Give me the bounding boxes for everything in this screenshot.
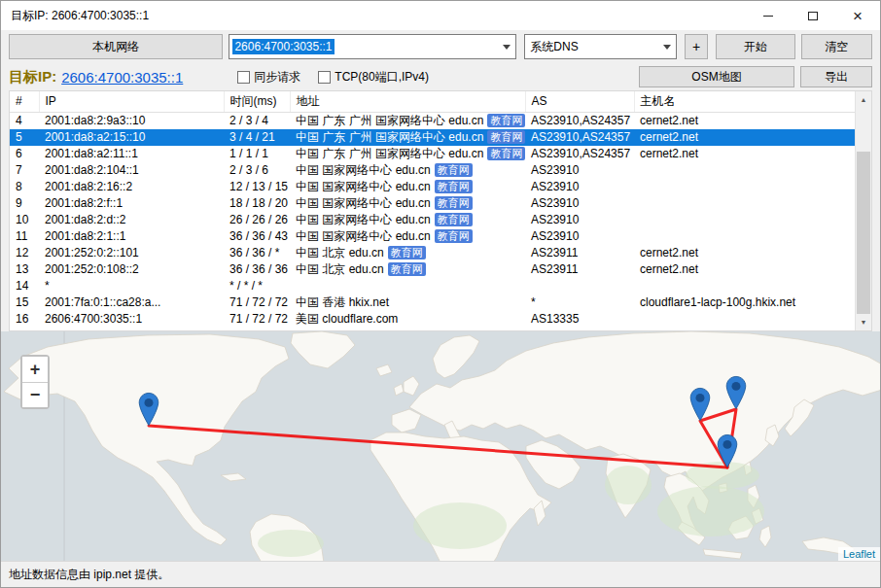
hop-hostname: cernet2.net <box>634 112 859 129</box>
hop-number: 11 <box>10 228 39 245</box>
table-row[interactable]: 5 2001:da8:a2:15::10 3 / 4 / 21 中国 广东 广州… <box>10 129 859 146</box>
table-row[interactable]: 14 * * / * / * <box>10 278 859 294</box>
table-row[interactable]: 11 2001:da8:2:1::1 36 / 36 / 43 中国 国家网络中… <box>10 228 859 245</box>
hop-ip: 2001:da8:2:9a3::10 <box>39 112 224 129</box>
start-button[interactable]: 开始 <box>716 34 794 59</box>
table-row[interactable]: 8 2001:da8:2:16::2 12 / 13 / 15 中国 国家网络中… <box>10 179 859 195</box>
column-header-as[interactable]: AS <box>525 91 634 112</box>
hop-address: 中国 北京 edu.cn教育网 <box>290 261 525 278</box>
map-marker[interactable] <box>718 434 737 467</box>
tcp-mode-label: TCP(80端口,IPv4) <box>335 69 429 86</box>
hop-as: AS23910 <box>525 179 634 195</box>
hop-hostname <box>634 278 859 294</box>
status-bar: 地址数据信息由 ipip.net 提供。 <box>1 561 880 587</box>
dns-combobox-dropdown-button[interactable] <box>658 35 676 58</box>
target-ip-label: 目标IP: <box>9 68 56 86</box>
dns-combobox-value: 系统DNS <box>528 38 580 56</box>
hop-as: AS23910,AS24357 <box>525 146 634 162</box>
hop-address-text: 中国 广东 广州 国家网络中心 edu.cn <box>296 114 483 127</box>
hop-address: 中国 北京 edu.cn教育网 <box>290 245 525 261</box>
table-row[interactable]: 6 2001:da8:a2:11::1 1 / 1 / 1 中国 广东 广州 国… <box>10 146 859 162</box>
hop-as: AS13335 <box>525 311 634 328</box>
network-type-badge: 教育网 <box>487 114 525 127</box>
column-header-time[interactable]: 时间(ms) <box>224 91 290 112</box>
sync-request-checkbox[interactable] <box>237 71 250 84</box>
clear-button[interactable]: 清空 <box>801 34 872 59</box>
table-row[interactable]: 10 2001:da8:2:d::2 26 / 26 / 26 中国 国家网络中… <box>10 212 859 228</box>
scroll-up-icon[interactable]: ▲ <box>856 91 871 108</box>
hop-ip: 2001:252:0:2::101 <box>39 245 224 261</box>
target-ip-link[interactable]: 2606:4700:3035::1 <box>61 69 183 86</box>
maximize-icon <box>808 12 818 20</box>
chevron-down-icon <box>663 45 671 50</box>
local-network-button[interactable]: 本机网络 <box>9 34 223 59</box>
hop-ip: 2001:da8:a2:15::10 <box>39 129 224 146</box>
zoom-out-button[interactable]: − <box>22 382 48 407</box>
minimize-icon <box>763 16 773 17</box>
osm-map-button[interactable]: OSM地图 <box>639 66 794 87</box>
route-line <box>149 426 727 467</box>
leaflet-attribution-link[interactable]: Leaflet <box>838 547 880 561</box>
hop-time: 3 / 4 / 21 <box>224 129 290 146</box>
add-button[interactable]: + <box>685 34 708 59</box>
column-header-hop[interactable]: # <box>10 91 39 112</box>
close-button[interactable]: × <box>835 1 880 30</box>
target-combobox[interactable]: 2606:4700:3035::1 <box>229 34 516 59</box>
hop-address-text: 中国 国家网络中心 edu.cn <box>296 229 431 243</box>
hop-hostname <box>634 195 859 212</box>
hop-as: * <box>525 294 634 311</box>
table-row[interactable]: 13 2001:252:0:108::2 36 / 36 / 36 中国 北京 … <box>10 261 859 278</box>
minimize-button[interactable] <box>746 1 791 30</box>
scroll-down-icon[interactable]: ▼ <box>856 314 871 330</box>
hop-address-text: 中国 国家网络中心 edu.cn <box>296 163 431 177</box>
hop-time: 12 / 13 / 15 <box>224 179 290 195</box>
map-marker[interactable] <box>726 376 746 408</box>
hop-ip: 2001:da8:2:d::2 <box>39 212 224 228</box>
network-type-badge: 教育网 <box>435 229 473 243</box>
hop-time: 71 / 72 / 72 <box>224 311 290 328</box>
table-row[interactable]: 16 2606:4700:3035::1 71 / 72 / 72 美国 clo… <box>10 311 859 328</box>
hop-address: 中国 国家网络中心 edu.cn教育网 <box>290 195 525 212</box>
hop-hostname: cernet2.net <box>634 261 859 278</box>
map-overlay <box>1 331 880 561</box>
hop-time: 36 / 36 / 36 <box>224 261 290 278</box>
hop-ip: 2001:da8:2:104::1 <box>39 162 224 179</box>
hop-as: AS23911 <box>525 261 634 278</box>
hop-address: 中国 国家网络中心 edu.cn教育网 <box>290 162 525 179</box>
hop-number: 15 <box>10 294 39 311</box>
hop-number: 12 <box>10 245 39 261</box>
dns-combobox[interactable]: 系统DNS <box>524 34 677 59</box>
hop-address-text: 中国 北京 edu.cn <box>296 246 384 259</box>
column-header-ip[interactable]: IP <box>39 91 224 112</box>
maximize-button[interactable] <box>791 1 835 30</box>
hop-ip: * <box>39 278 224 294</box>
tcp-mode-checkbox[interactable] <box>318 71 331 84</box>
zoom-in-button[interactable]: + <box>22 357 48 382</box>
map-marker[interactable] <box>139 393 159 425</box>
trace-table-header: # IP 时间(ms) 地址 AS 主机名 <box>10 91 859 112</box>
column-header-address[interactable]: 地址 <box>290 91 525 112</box>
target-combobox-dropdown-button[interactable] <box>498 35 515 58</box>
hop-address: 中国 香港 hkix.net <box>290 294 525 311</box>
scrollbar-thumb[interactable] <box>857 152 870 314</box>
title-bar: 目标IP: 2606:4700:3035::1 × <box>1 1 880 30</box>
hop-hostname: cernet2.net <box>634 129 859 146</box>
table-row[interactable]: 12 2001:252:0:2::101 36 / 36 / * 中国 北京 e… <box>10 245 859 261</box>
hop-ip: 2001:da8:a2:11::1 <box>39 146 224 162</box>
hop-time: 36 / 36 / 43 <box>224 228 290 245</box>
column-header-hostname[interactable]: 主机名 <box>634 91 859 112</box>
export-button[interactable]: 导出 <box>800 66 872 87</box>
table-row[interactable]: 4 2001:da8:2:9a3::10 2 / 3 / 4 中国 广东 广州 … <box>10 112 859 129</box>
table-row[interactable]: 15 2001:7fa:0:1::ca28:a... 71 / 72 / 72 … <box>10 294 859 311</box>
hop-address: 中国 国家网络中心 edu.cn教育网 <box>290 179 525 195</box>
table-scrollbar[interactable]: ▲ ▼ <box>855 91 871 330</box>
network-type-badge: 教育网 <box>435 180 473 193</box>
hop-time: 2 / 3 / 6 <box>224 162 290 179</box>
hop-time: 26 / 26 / 26 <box>224 212 290 228</box>
network-type-badge: 教育网 <box>487 147 525 160</box>
chevron-down-icon <box>503 45 511 50</box>
table-row[interactable]: 7 2001:da8:2:104::1 2 / 3 / 6 中国 国家网络中心 … <box>10 162 859 179</box>
map-marker[interactable] <box>690 388 710 420</box>
table-row[interactable]: 9 2001:da8:2:f::1 18 / 18 / 20 中国 国家网络中心… <box>10 195 859 212</box>
route-map[interactable]: + − Leaflet <box>1 331 880 561</box>
